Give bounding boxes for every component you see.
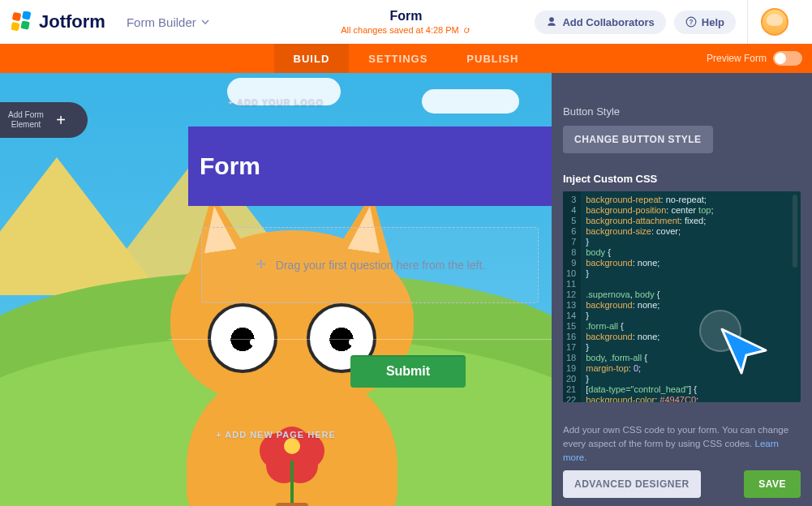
svg-text:?: ? [689, 19, 693, 26]
css-helper-text: Add your own CSS code to your form. You … [563, 423, 801, 465]
add-collaborators-button[interactable]: Add Collaborators [535, 11, 665, 34]
user-icon [546, 16, 557, 28]
help-button[interactable]: ? Help [674, 11, 736, 34]
toggle-switch-icon [773, 51, 802, 66]
account-menu[interactable] [747, 0, 801, 44]
tab-settings[interactable]: SETTINGS [349, 44, 447, 73]
question-drop-area[interactable]: Drag your first question here from the l… [201, 227, 539, 303]
form-canvas: + ADD YOUR LOGO Form Drag your first que… [0, 73, 552, 506]
drop-area-hint: Drag your first question here from the l… [276, 259, 485, 272]
add-form-element-button[interactable]: Add Form Element + [0, 102, 88, 138]
help-label: Help [702, 16, 724, 28]
scrollbar[interactable] [793, 195, 797, 268]
avatar [761, 8, 788, 36]
drag-move-icon [255, 259, 268, 272]
svg-rect-3 [20, 20, 30, 30]
form-title-area[interactable]: Form All changes saved at 4:28 PM [341, 9, 471, 35]
plus-icon: + [49, 108, 73, 132]
product-name: Form Builder [127, 15, 196, 29]
tab-publish[interactable]: PUBLISH [447, 44, 538, 73]
add-form-element-label: Add Form Element [0, 110, 49, 130]
preview-label: Preview Form [707, 53, 767, 64]
add-collaborators-label: Add Collaborators [562, 16, 654, 28]
preview-form-toggle[interactable]: Preview Form [707, 44, 802, 73]
save-button[interactable]: SAVE [744, 470, 801, 498]
cursor-pointer-icon [719, 326, 772, 380]
refresh-icon [462, 26, 471, 35]
advanced-designer-button[interactable]: ADVANCED DESIGNER [563, 470, 701, 498]
divider [169, 339, 552, 340]
svg-rect-1 [22, 11, 32, 20]
form-header[interactable]: Form [188, 126, 552, 206]
add-new-page-button[interactable]: + ADD NEW PAGE HERE [216, 430, 336, 440]
submit-button[interactable]: Submit [350, 355, 466, 388]
change-button-style-button[interactable]: CHANGE BUTTON STYLE [563, 126, 713, 153]
chevron-down-icon [201, 18, 209, 26]
jotform-logo-icon [11, 11, 32, 32]
builder-tabs: BUILD SETTINGS PUBLISH Preview Form [0, 44, 812, 73]
save-status: All changes saved at 4:28 PM [341, 25, 471, 35]
inject-css-label: Inject Custom CSS [563, 173, 801, 185]
brand-logo[interactable]: Jotform [11, 11, 105, 32]
button-style-label: Button Style [563, 105, 801, 118]
tab-build[interactable]: BUILD [274, 44, 350, 73]
add-logo-button[interactable]: + ADD YOUR LOGO [228, 97, 324, 107]
help-icon: ? [685, 16, 697, 28]
form-header-title: Form [200, 152, 260, 180]
brand-name: Jotform [39, 11, 105, 32]
top-bar: Jotform Form Builder Form All changes sa… [0, 0, 812, 44]
svg-rect-0 [12, 12, 22, 22]
product-switcher[interactable]: Form Builder [127, 15, 209, 29]
svg-rect-2 [11, 22, 20, 32]
designer-side-panel: Button Style CHANGE BUTTON STYLE Inject … [552, 73, 812, 506]
form-title: Form [341, 9, 471, 24]
